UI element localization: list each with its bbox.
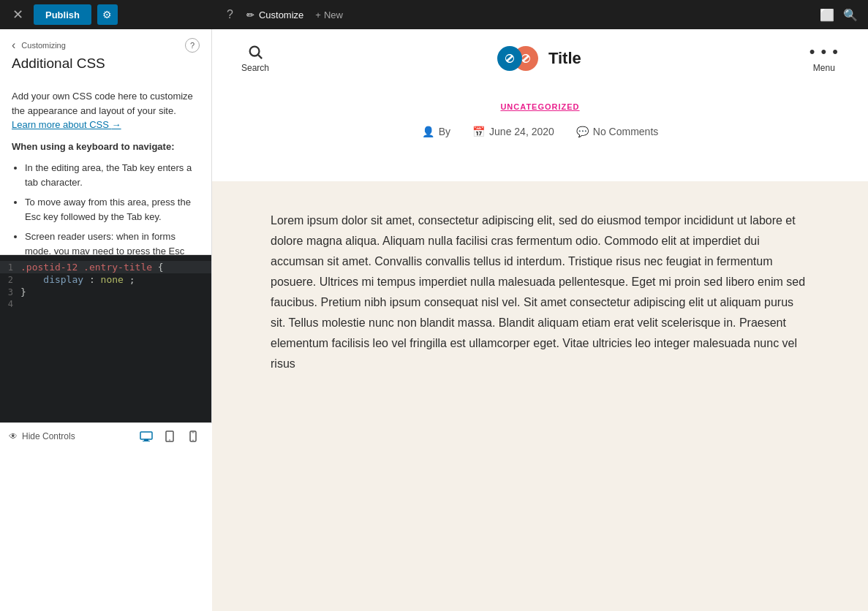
left-panel: ‹ Customizing ? Additional CSS Add your … <box>0 29 212 422</box>
svg-rect-0 <box>140 432 152 439</box>
top-bar: ✕ Publish ⚙ ? ✏ Customize + New ⬜ 🔍 <box>0 0 868 29</box>
three-dots-icon: • • • <box>809 44 839 60</box>
customize-button[interactable]: ✏ Customize <box>241 10 309 20</box>
panel-content: Add your own CSS code here to customize … <box>0 80 211 254</box>
search-icon[interactable]: 🔍 <box>840 4 861 25</box>
post-category: UNCATEGORIZED <box>241 102 839 111</box>
tablet-icon[interactable] <box>159 426 180 447</box>
search-icon <box>247 44 263 60</box>
svg-rect-7 <box>192 432 195 433</box>
panel-title: Additional CSS <box>0 56 211 80</box>
line-number: 1 <box>0 262 20 273</box>
calendar-icon: 📅 <box>472 126 485 137</box>
post-date: 📅 June 24, 2020 <box>472 126 554 137</box>
site-title: Title <box>548 49 581 68</box>
help-icon[interactable]: ? <box>219 8 241 21</box>
body-text: Lorem ipsum dolor sit amet, consectetur … <box>271 210 809 374</box>
line-number: 4 <box>0 299 20 309</box>
comment-icon: 💬 <box>576 126 589 137</box>
body-content: Lorem ipsum dolor sit amet, consectetur … <box>212 181 868 611</box>
device-icons <box>136 426 203 447</box>
close-button[interactable]: ✕ <box>7 4 28 25</box>
keyboard-bullet-list: In the editing area, the Tab key enters … <box>12 161 200 254</box>
left-panel-wrapper: ‹ Customizing ? Additional CSS Add your … <box>0 29 212 611</box>
post-author: 👤 By <box>422 126 450 137</box>
post-content: UNCATEGORIZED 👤 By 📅 June 24, 2020 💬 No … <box>212 88 868 181</box>
panel-header-left: ‹ Customizing <box>12 39 66 52</box>
line-content: .postid-12 .entry-title { <box>20 262 164 273</box>
plus-icon: + <box>315 10 321 20</box>
bottom-bar: 👁 Hide Controls <box>0 422 212 449</box>
arrow-icon: → <box>112 119 121 130</box>
logo-circle-1 <box>497 46 522 71</box>
code-line-4: 4 <box>0 298 211 310</box>
line-number: 2 <box>0 275 20 285</box>
preview-area: Search Title • • • Menu UNCAT <box>212 29 868 611</box>
help-circle-icon[interactable]: ? <box>185 38 200 53</box>
eye-icon: 👁 <box>9 431 18 441</box>
list-item: To move away from this area, press the E… <box>25 195 200 224</box>
list-item: Screen reader users: when in forms mode,… <box>25 229 200 254</box>
site-header: Search Title • • • Menu <box>212 29 868 88</box>
menu-button[interactable]: • • • Menu <box>809 44 839 73</box>
panel-header: ‹ Customizing ? <box>0 29 211 56</box>
svg-point-6 <box>192 439 193 440</box>
site-logo-area: Title <box>497 46 581 71</box>
top-bar-left: ✕ Publish ⚙ <box>7 4 219 25</box>
code-line-2: 2 display : none ; <box>0 273 211 286</box>
search-button[interactable]: Search <box>241 44 269 73</box>
site-logo <box>497 46 538 71</box>
gear-icon: ⚙ <box>102 9 112 20</box>
line-content: display : none ; <box>20 274 135 285</box>
top-bar-right: ? ✏ Customize + New ⬜ 🔍 <box>219 4 861 25</box>
back-button[interactable]: ‹ <box>12 39 15 52</box>
line-content: } <box>20 286 26 297</box>
desktop-icon[interactable] <box>136 426 156 447</box>
code-line-3: 3 } <box>0 286 211 298</box>
keyboard-nav-label: When using a keyboard to navigate: <box>12 140 200 154</box>
description-text: Add your own CSS code here to customize … <box>12 89 200 132</box>
learn-more-link[interactable]: Learn more about CSS → <box>12 119 121 130</box>
svg-rect-2 <box>143 441 150 441</box>
code-line-1: 1 .postid-12 .entry-title { <box>0 261 211 273</box>
code-editor[interactable]: 1 .postid-12 .entry-title { 2 display : … <box>0 254 211 423</box>
svg-line-9 <box>258 55 262 58</box>
list-item: In the editing area, the Tab key enters … <box>25 161 200 189</box>
post-meta: 👤 By 📅 June 24, 2020 💬 No Comments <box>241 126 839 137</box>
mobile-icon[interactable] <box>183 426 203 447</box>
person-icon: 👤 <box>422 126 434 137</box>
svg-point-8 <box>250 47 260 56</box>
fullscreen-icon[interactable]: ⬜ <box>817 4 837 25</box>
top-bar-end-icons: ⬜ 🔍 <box>817 4 861 25</box>
svg-point-4 <box>169 439 170 441</box>
pen-icon: ✏ <box>246 10 254 20</box>
line-number: 3 <box>0 287 20 297</box>
gear-button[interactable]: ⚙ <box>97 4 118 25</box>
post-comments: 💬 No Comments <box>576 126 658 137</box>
new-button[interactable]: + New <box>309 10 349 20</box>
customizing-label: Customizing <box>21 41 66 50</box>
svg-rect-1 <box>144 439 148 441</box>
publish-button[interactable]: Publish <box>34 4 91 25</box>
hide-controls-button[interactable]: 👁 Hide Controls <box>9 431 75 441</box>
main-area: ‹ Customizing ? Additional CSS Add your … <box>0 29 868 611</box>
